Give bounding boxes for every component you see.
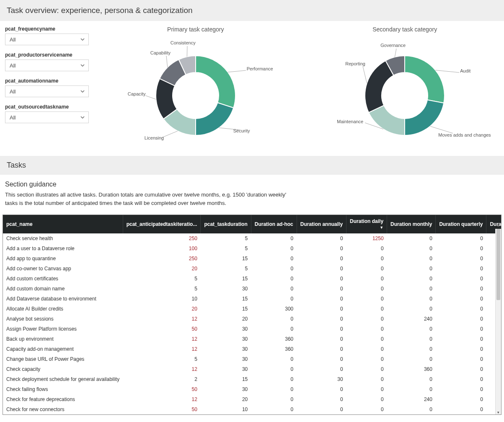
table-row[interactable]: Check capacity1230000360006: [3, 364, 501, 374]
table-cell: 0: [387, 404, 436, 414]
tasks-table: pcat_namepcat_anticipatedtaskiteratio...…: [3, 215, 501, 414]
table-cell: 5: [201, 264, 251, 274]
table-cell: 2: [123, 374, 201, 384]
filter-select[interactable]: All: [5, 34, 89, 45]
table-cell: 0: [436, 334, 486, 344]
table-cell: 300: [251, 304, 297, 314]
table-cell: 0: [387, 294, 436, 304]
table-row[interactable]: Add custom certificates5150000000: [3, 274, 501, 284]
table-cell: 0: [251, 394, 297, 404]
donut-segment[interactable]: [196, 56, 235, 108]
donut-segment[interactable]: [365, 61, 394, 113]
scroll-down-icon[interactable]: ▾: [496, 410, 501, 415]
filter-select[interactable]: All: [5, 60, 89, 71]
table-cell: Analyse bot sessions: [3, 314, 123, 324]
table-row[interactable]: Add co-owner to Canvas app2050000002: [3, 264, 501, 274]
table-header-row: pcat_namepcat_anticipatedtaskiteratio...…: [3, 215, 501, 233]
filter-group: pcat_productorservicenameAll: [5, 52, 89, 71]
table-row[interactable]: Allocate AI Builder credits2015300000005: [3, 304, 501, 314]
column-header[interactable]: pcat_name: [3, 215, 123, 233]
column-header[interactable]: Duration daily▼: [346, 215, 387, 233]
table-cell: 0: [297, 314, 346, 324]
filter-select[interactable]: All: [5, 111, 89, 123]
donut-chart: PerformanceSecurityLicensingCapacityCapa…: [120, 37, 271, 146]
table-cell: Capacity add-on management: [3, 344, 123, 354]
scroll-up-icon[interactable]: ▴: [496, 223, 501, 229]
table-cell: 0: [346, 364, 387, 374]
table-cell: 15: [201, 274, 251, 284]
table-cell: Add a user to a Dataverse role: [3, 243, 123, 254]
tasks-table-container: pcat_namepcat_anticipatedtaskiteratio...…: [3, 215, 501, 415]
column-header[interactable]: Duration ad-hoc: [251, 215, 297, 233]
table-cell: 0: [346, 384, 387, 394]
page-title: Task overview: experience, persona & cat…: [0, 0, 504, 21]
table-cell: 12: [123, 334, 201, 344]
table-cell: Assign Power Platform licenses: [3, 324, 123, 334]
table-cell: 0: [387, 274, 436, 284]
filter-label: pcat_outsourcedtaskname: [5, 104, 89, 110]
table-cell: Add Dataverse database to environment: [3, 294, 123, 304]
filter-value: All: [10, 62, 16, 69]
donut-segment[interactable]: [196, 103, 233, 135]
table-row[interactable]: Assign Power Platform licenses5030000001…: [3, 324, 501, 334]
donut-segment[interactable]: [405, 56, 445, 103]
table-cell: 0: [251, 384, 297, 394]
filter-group: pcat_automationnameAll: [5, 78, 89, 97]
table-row[interactable]: Check service health250500125000021: [3, 233, 501, 243]
column-header[interactable]: pcat_taskduration: [201, 215, 251, 233]
table-row[interactable]: Capacity add-on management1230360000006: [3, 344, 501, 354]
vertical-scrollbar[interactable]: ▴ ▾: [495, 229, 501, 414]
table-cell: 0: [297, 364, 346, 374]
table-cell: Allocate AI Builder credits: [3, 304, 123, 314]
table-row[interactable]: Check for new connectors50100000008: [3, 404, 501, 414]
column-header[interactable]: Duration monthly: [387, 215, 436, 233]
table-row[interactable]: Check failing flows503000000150025: [3, 384, 501, 394]
table-cell: Check capacity: [3, 364, 123, 374]
chart-block: Primary task category PerformanceSecurit…: [101, 24, 290, 146]
table-row[interactable]: Add Dataverse database to environment101…: [3, 294, 501, 304]
scrollbar-thumb[interactable]: [496, 229, 500, 300]
donut-label: Capability: [150, 50, 171, 55]
table-row[interactable]: Change base URL of Power Pages5300000000: [3, 354, 501, 364]
table-cell: 0: [436, 344, 486, 354]
table-cell: 0: [251, 374, 297, 384]
donut-label: Audit: [460, 68, 470, 73]
table-cell: 0: [387, 254, 436, 264]
donut-segment[interactable]: [405, 100, 444, 135]
table-cell: 0: [251, 404, 297, 414]
table-cell: 0: [436, 233, 486, 243]
table-row[interactable]: Add custom domain name5300000000: [3, 284, 501, 294]
column-header[interactable]: pcat_anticipatedtaskiteratio...: [123, 215, 201, 233]
table-row[interactable]: Add app to quarantine2501500000063: [3, 254, 501, 264]
table-row[interactable]: Back up environment1230360000006: [3, 334, 501, 344]
table-row[interactable]: Check for feature deprecations1220000240…: [3, 394, 501, 404]
table-body: Check service health250500125000021Add a…: [3, 233, 501, 414]
table-cell: 0: [436, 314, 486, 324]
table-cell: 0: [297, 243, 346, 254]
table-cell: 50: [123, 324, 201, 334]
table-cell: 20: [201, 394, 251, 404]
table-cell: Back up environment: [3, 334, 123, 344]
table-row[interactable]: Check deployment schedule for general av…: [3, 374, 501, 384]
table-row[interactable]: Add a user to a Dataverse role1005000000…: [3, 243, 501, 254]
filter-select[interactable]: All: [5, 85, 89, 97]
table-row[interactable]: Analyse bot sessions1220000240004: [3, 314, 501, 324]
table-cell: 0: [297, 284, 346, 294]
column-header[interactable]: Duration annually: [297, 215, 346, 233]
table-cell: 0: [297, 404, 346, 414]
table-cell: 0: [251, 354, 297, 364]
table-cell: 30: [201, 344, 251, 354]
table-cell: 0: [346, 354, 387, 364]
table-cell: 20: [123, 264, 201, 274]
table-cell: 0: [297, 344, 346, 354]
donut-label: Moves adds and changes: [438, 132, 491, 137]
table-cell: 0: [297, 264, 346, 274]
chart-block: Secondary task category AuditMoves adds …: [311, 24, 499, 146]
donut-label: Maintenance: [337, 119, 363, 124]
table-cell: 0: [387, 384, 436, 394]
table-cell: 240: [387, 314, 436, 324]
column-header[interactable]: Duration quarterly: [436, 215, 486, 233]
table-cell: 0: [251, 324, 297, 334]
table-cell: 0: [297, 233, 346, 243]
table-cell: 0: [346, 294, 387, 304]
